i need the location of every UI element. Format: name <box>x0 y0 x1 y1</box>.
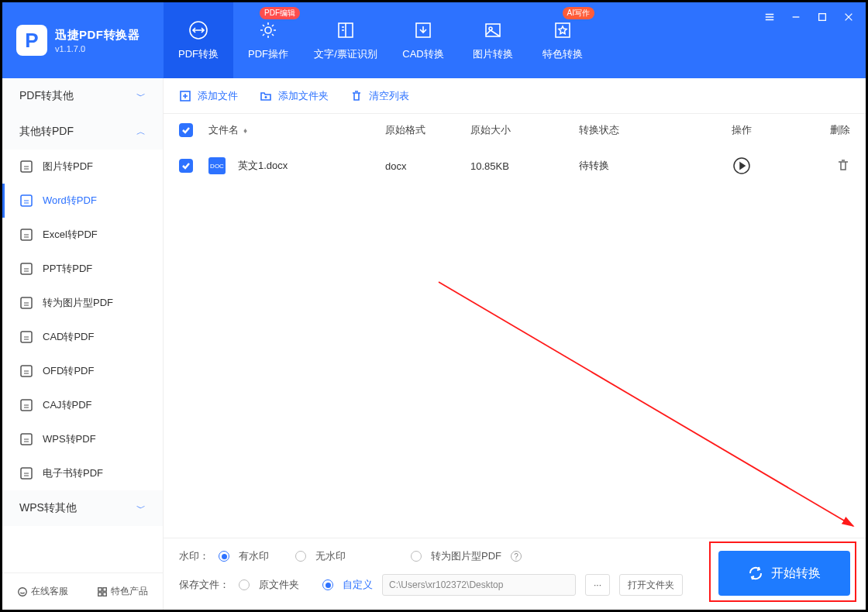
svg-rect-7 <box>819 14 826 21</box>
bottom-bar: 水印： 有水印 无水印 转为图片型PDF ? 保存文件： 原文件夹 <box>164 538 866 610</box>
sidebar-item-excel[interactable]: Excel转PDF <box>2 218 163 252</box>
tab-1[interactable]: PDF操作PDF编辑 <box>233 2 303 78</box>
window-controls <box>753 2 866 78</box>
star-icon <box>552 19 574 41</box>
caj-icon <box>19 398 33 412</box>
wps-icon <box>19 432 33 446</box>
add-file-button[interactable]: 添加文件 <box>179 89 238 103</box>
maximize-button[interactable] <box>810 7 835 27</box>
table-header: 文件名 ♦ 原始格式 原始大小 转换状态 操作 删除 <box>164 114 866 146</box>
sidebar-item-img[interactable]: 图片转PDF <box>2 150 163 184</box>
close-button[interactable] <box>836 7 861 27</box>
select-all-checkbox[interactable] <box>179 123 193 137</box>
sidebar-item-cad[interactable]: CAD转PDF <box>2 320 163 354</box>
chevron-down-icon: ﹀ <box>136 90 146 103</box>
file-size: 10.85KB <box>470 160 579 172</box>
top-tabs: PDF转换PDF操作PDF编辑文字/票证识别CAD转换图片转换特色转换AI写作 <box>164 2 753 78</box>
save-path-input[interactable]: C:\Users\xr102372\Desktop <box>382 574 576 596</box>
watermark-yes-radio[interactable] <box>219 551 229 562</box>
ofd-icon <box>19 364 33 378</box>
col-size: 原始大小 <box>470 123 579 137</box>
row-checkbox[interactable] <box>179 159 193 173</box>
tab-0[interactable]: PDF转换 <box>164 2 233 78</box>
chevron-down-icon: ﹀ <box>136 502 146 515</box>
sidebar-item-ppt[interactable]: PPT转PDF <box>2 252 163 286</box>
open-folder-button[interactable]: 打开文件夹 <box>619 574 683 596</box>
online-service-link[interactable]: 在线客服 <box>17 585 68 598</box>
sidebar: PDF转其他﹀其他转PDF︿图片转PDFWord转PDFExcel转PDFPPT… <box>2 78 164 610</box>
svg-rect-20 <box>103 587 106 590</box>
sort-icon: ♦ <box>243 126 247 135</box>
img-icon <box>19 160 33 174</box>
img-icon <box>19 296 33 310</box>
file-name: 英文1.docx <box>238 159 288 173</box>
gear-icon <box>257 19 279 41</box>
convert-row-button[interactable] <box>732 156 751 175</box>
svg-rect-21 <box>98 592 102 595</box>
table-row: DOC英文1.docx docx 10.85KB 待转换 <box>164 146 866 185</box>
app-version: v1.1.7.0 <box>55 44 140 53</box>
sidebar-item-ofd[interactable]: OFD转PDF <box>2 354 163 388</box>
file-area <box>164 185 866 538</box>
watermark-label: 水印： <box>179 549 209 563</box>
down-icon <box>412 19 434 41</box>
excel-icon <box>19 228 33 242</box>
col-format: 原始格式 <box>385 123 470 137</box>
svg-rect-22 <box>103 592 106 595</box>
image-pdf-radio[interactable] <box>411 551 422 562</box>
cad-icon <box>19 330 33 344</box>
tab-3[interactable]: CAD转换 <box>388 2 458 78</box>
custom-folder-radio[interactable] <box>322 579 333 590</box>
tab-tag: AI写作 <box>563 7 594 19</box>
book-icon <box>335 19 356 41</box>
sidebar-item-img[interactable]: 转为图片型PDF <box>2 286 163 320</box>
col-filename[interactable]: 文件名 ♦ <box>208 123 385 137</box>
sidebar-footer: 在线客服 特色产品 <box>2 572 163 610</box>
orig-folder-radio[interactable] <box>239 579 250 590</box>
svg-line-25 <box>439 282 853 526</box>
sidebar-item-word[interactable]: Word转PDF <box>2 184 163 218</box>
brand-logo-icon: P <box>16 25 47 56</box>
col-delete: 删除 <box>804 123 850 137</box>
ppt-icon <box>19 262 33 276</box>
add-folder-button[interactable]: 添加文件夹 <box>260 89 329 103</box>
minimize-button[interactable] <box>784 7 808 27</box>
swap-icon <box>188 19 209 41</box>
chevron-up-icon: ︿ <box>136 125 146 139</box>
svg-point-18 <box>19 587 27 596</box>
main-panel: 添加文件 添加文件夹 清空列表 文件名 ♦ 原始格式 原始大小 转换状态 操作 … <box>164 78 866 610</box>
help-icon[interactable]: ? <box>511 551 522 562</box>
svg-rect-19 <box>98 587 102 590</box>
file-toolbar: 添加文件 添加文件夹 清空列表 <box>164 78 866 114</box>
tab-5[interactable]: 特色转换AI写作 <box>528 2 598 78</box>
app-header: P 迅捷PDF转换器 v1.1.7.0 PDF转换PDF操作PDF编辑文字/票证… <box>2 2 866 78</box>
file-format: docx <box>385 160 470 172</box>
col-status: 转换状态 <box>579 123 680 137</box>
docx-icon: DOC <box>208 157 226 174</box>
watermark-no-radio[interactable] <box>295 551 306 562</box>
app-title: 迅捷PDF转换器 <box>55 28 140 43</box>
sidebar-item-caj[interactable]: CAJ转PDF <box>2 388 163 422</box>
word-icon <box>19 194 33 208</box>
menu-button[interactable] <box>757 7 782 27</box>
tab-4[interactable]: 图片转换 <box>458 2 528 78</box>
delete-row-button[interactable] <box>836 163 850 174</box>
start-convert-button[interactable]: 开始转换 <box>718 551 850 596</box>
sidebar-section-1[interactable]: 其他转PDF︿ <box>2 114 163 150</box>
col-operation: 操作 <box>680 123 804 137</box>
annotation-arrow <box>435 278 868 542</box>
file-status: 待转换 <box>579 159 680 173</box>
sidebar-section-2[interactable]: WPS转其他﹀ <box>2 490 163 526</box>
sidebar-section-0[interactable]: PDF转其他﹀ <box>2 78 163 114</box>
clear-list-button[interactable]: 清空列表 <box>350 89 409 103</box>
save-label: 保存文件： <box>179 578 229 592</box>
ebook-icon <box>19 466 33 480</box>
featured-products-link[interactable]: 特色产品 <box>97 585 148 598</box>
sidebar-item-ebook[interactable]: 电子书转PDF <box>2 456 163 490</box>
image-icon <box>482 19 504 41</box>
brand: P 迅捷PDF转换器 v1.1.7.0 <box>2 2 164 78</box>
sidebar-item-wps[interactable]: WPS转PDF <box>2 422 163 456</box>
browse-button[interactable]: ··· <box>585 574 610 596</box>
svg-point-1 <box>265 27 271 33</box>
tab-2[interactable]: 文字/票证识别 <box>303 2 388 78</box>
